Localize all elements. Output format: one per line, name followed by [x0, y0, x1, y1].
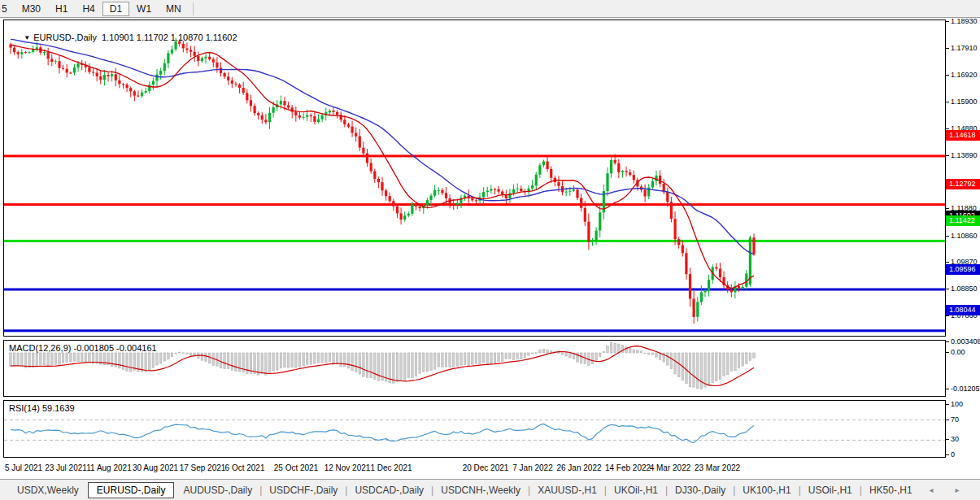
- macd-panel[interactable]: MACD(12,26,9) -0.001805 -0.004161: [3, 340, 946, 397]
- tab-divider: |: [526, 485, 532, 496]
- price-chart-panel[interactable]: ▼EURUSD-,Daily 1.10901 1.11702 1.10870 1…: [3, 20, 946, 337]
- chart-title-text: EURUSD-,Daily 1.10901 1.11702 1.10870 1.…: [33, 33, 237, 42]
- tab-divider: |: [603, 485, 608, 496]
- date-label: 30 Aug 2021: [133, 463, 178, 472]
- axis-tick: [946, 128, 949, 129]
- date-label: 20 Dec 2021: [463, 463, 509, 472]
- tab-ukoil-h1[interactable]: UKOil-,H1: [608, 483, 664, 498]
- rsi-title: RSI(14) 59.1639: [9, 403, 75, 413]
- price-tick-label: 1.10860: [951, 233, 978, 240]
- timeframe-button-5[interactable]: 5: [0, 2, 15, 16]
- axis-tick: [946, 389, 949, 389]
- tab-hk50-h1[interactable]: HK50-,H1: [864, 483, 918, 498]
- date-label: 6 Oct 2021: [225, 463, 265, 472]
- price-axis: 1.189301.179101.169201.159001.148801.138…: [946, 20, 980, 337]
- candlestick-chart[interactable]: [4, 20, 945, 336]
- tab-usoil-h1[interactable]: USOil-,H1: [803, 483, 858, 498]
- axis-tick: [946, 102, 949, 102]
- toolbar-separator: [193, 2, 194, 15]
- axis-tick: [946, 404, 949, 405]
- tab-dj30-daily[interactable]: DJ30-,Daily: [669, 483, 731, 498]
- date-label: 26 Jan 2022: [556, 463, 601, 472]
- macd-tick-label: 0.003408: [951, 338, 980, 346]
- axis-tick: [946, 262, 949, 263]
- rsi-tick-label: 30: [951, 436, 959, 443]
- macd-title: MACD(12,26,9) -0.001805 -0.004161: [9, 343, 157, 353]
- macd-axis: 0.0034080.00-0.01205: [946, 340, 980, 397]
- date-label: 1 Dec 2021: [370, 463, 412, 472]
- timeframe-button-m30[interactable]: M30: [15, 2, 48, 16]
- date-label: 14 Feb 2022: [605, 463, 651, 472]
- macd-tick-label: -0.01205: [951, 385, 980, 393]
- tab-xauusd-h1[interactable]: XAUUSD-,H1: [532, 483, 603, 498]
- price-tag-1.12792: 1.12792: [946, 179, 980, 189]
- price-tick-label: 1.08850: [951, 285, 978, 293]
- axis-tick: [946, 75, 949, 76]
- tabs-scroll-arrows[interactable]: ◂ ▸: [930, 485, 969, 494]
- date-label: 11 Aug 2021: [86, 463, 131, 472]
- date-label: 23 Mar 2022: [695, 463, 740, 472]
- trading-terminal-window: 5M30H1H4D1W1MN ▼EURUSD-,Daily 1.10901 1.…: [0, 0, 980, 500]
- price-tag-1.14618: 1.14618: [946, 130, 980, 141]
- axis-tick: [946, 439, 949, 440]
- tab-eurusd-daily[interactable]: EURUSD-,Daily: [88, 482, 175, 498]
- tab-divider: |: [664, 485, 669, 496]
- tab-divider: |: [797, 485, 803, 496]
- price-tick-label: 1.13890: [951, 152, 978, 159]
- rsi-tick-label: 0: [951, 451, 955, 459]
- axis-tick: [946, 21, 949, 22]
- axis-tick: [946, 341, 949, 342]
- tab-divider: |: [258, 485, 264, 496]
- date-label: 25 Oct 2021: [274, 463, 318, 472]
- axis-tick: [946, 208, 949, 209]
- chart-dropdown-icon[interactable]: ▼: [24, 34, 30, 41]
- date-label: 7 Jan 2022: [512, 463, 553, 472]
- tab-usdcad-daily[interactable]: USDCAD-,Daily: [349, 483, 429, 498]
- tab-uk100-h1[interactable]: UK100-,H1: [737, 483, 796, 498]
- chart-title: ▼EURUSD-,Daily 1.10901 1.11702 1.10870 1…: [9, 23, 237, 52]
- tab-usdx-weekly[interactable]: USDX,Weekly: [11, 483, 85, 498]
- axis-tick: [946, 236, 949, 237]
- date-label: 17 Sep 2021: [180, 463, 226, 472]
- date-label: 5 Jul 2021: [5, 463, 42, 472]
- tab-audusd-daily[interactable]: AUDUSD-,Daily: [177, 483, 258, 498]
- price-tick-label: 1.18930: [951, 18, 978, 25]
- price-tick-label: 1.16920: [951, 72, 978, 79]
- timeframe-toolbar: 5M30H1H4D1W1MN: [0, 0, 980, 18]
- price-tick-label: 1.17910: [951, 45, 978, 52]
- rsi-chart[interactable]: [4, 401, 945, 457]
- rsi-tick-label: 70: [951, 416, 959, 424]
- price-tag-1.08044: 1.08044: [946, 305, 980, 315]
- axis-tick: [946, 155, 949, 156]
- timeframe-button-w1[interactable]: W1: [129, 2, 159, 16]
- price-tick-label: 1.15900: [951, 98, 978, 106]
- price-tag-1.11422: 1.11422: [946, 215, 980, 226]
- date-label: 12 Nov 2021: [324, 463, 371, 472]
- tab-usdcnh-weekly[interactable]: USDCNH-,Weekly: [435, 483, 526, 498]
- price-tag-1.09596: 1.09596: [946, 264, 980, 275]
- tab-usdchf-daily[interactable]: USDCHF-,Daily: [264, 483, 343, 498]
- axis-tick: [946, 454, 949, 455]
- rsi-tick-label: 100: [951, 401, 963, 408]
- timeframe-button-mn[interactable]: MN: [159, 2, 189, 16]
- axis-tick: [946, 352, 949, 353]
- axis-tick: [946, 48, 949, 49]
- axis-tick: [946, 289, 949, 289]
- date-label: 23 Jul 2021: [45, 463, 87, 472]
- chart-tabs: USDX,WeeklyEURUSD-,DailyAUDUSD-,Daily|US…: [0, 479, 980, 500]
- tab-divider: |: [429, 485, 435, 496]
- rsi-panel[interactable]: RSI(14) 59.1639: [3, 400, 946, 458]
- tab-divider: |: [731, 485, 737, 496]
- timeframe-button-d1[interactable]: D1: [102, 2, 129, 16]
- tab-divider: |: [343, 485, 349, 496]
- date-label: 4 Mar 2022: [650, 463, 691, 472]
- tab-divider: |: [858, 485, 864, 496]
- timeframe-button-h1[interactable]: H1: [48, 2, 75, 16]
- macd-tick-label: 0.00: [951, 349, 965, 356]
- rsi-axis: 10070300: [946, 400, 980, 458]
- axis-tick: [946, 420, 949, 420]
- timeframe-button-h4[interactable]: H4: [75, 2, 102, 16]
- time-axis[interactable]: 5 Jul 202123 Jul 202111 Aug 202130 Aug 2…: [3, 459, 980, 479]
